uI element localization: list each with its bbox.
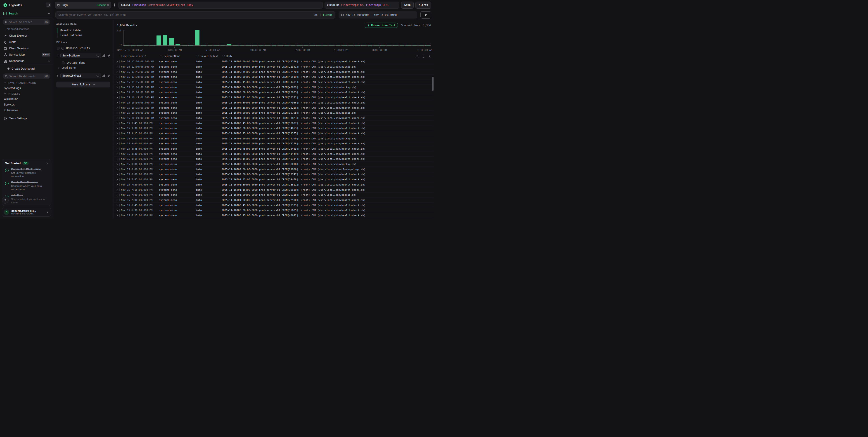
table-row[interactable]: Nov 15 8:00:00.000 PMsystemd-demoinfo202…: [114, 172, 434, 177]
expand-row-icon[interactable]: [116, 132, 118, 134]
expand-row-icon[interactable]: [116, 142, 118, 145]
load-more-button[interactable]: Load more: [56, 65, 111, 70]
create-dashboard-button[interactable]: Create Dashboard: [0, 66, 53, 71]
saved-searches-input[interactable]: Saved Searches ⌘K: [3, 19, 50, 25]
expand-row-icon[interactable]: [116, 178, 118, 181]
table-row[interactable]: Nov 15 8:00:00.000 PMsystemd-demoinfo202…: [114, 167, 434, 172]
pin-icon[interactable]: [107, 74, 111, 77]
table-row[interactable]: Nov 15 9:15:00.000 PMsystemd-demoinfo202…: [114, 131, 434, 136]
pin-icon[interactable]: [107, 54, 111, 57]
expand-row-icon[interactable]: [116, 153, 118, 155]
scrollbar-thumb[interactable]: [432, 77, 434, 91]
download-icon[interactable]: [428, 55, 431, 58]
more-filters-button[interactable]: More filters: [56, 81, 111, 88]
table-row[interactable]: Nov 15 10:45:00.000 PMsystemd-demoinfo20…: [114, 95, 434, 100]
table-row[interactable]: Nov 15 8:30:00.000 PMsystemd-demoinfo202…: [114, 152, 434, 157]
expand-row-icon[interactable]: [116, 107, 118, 109]
expand-row-icon[interactable]: [116, 163, 118, 165]
sidebar-item-search[interactable]: Search: [0, 10, 53, 17]
run-query-button[interactable]: [421, 11, 431, 19]
table-row[interactable]: Nov 15 6:15:00.000 PMsystemd-demoinfo202…: [114, 213, 434, 218]
saved-dashboards-input[interactable]: Saved Dashboards ⌘K: [3, 73, 50, 79]
expand-row-icon[interactable]: [116, 122, 118, 124]
expand-row-icon[interactable]: [116, 81, 118, 83]
sidebar-item-client-sessions[interactable]: Client Sessions: [0, 45, 53, 52]
chevron-up-icon[interactable]: [48, 60, 50, 62]
table-row[interactable]: Nov 15 9:00:00.000 PMsystemd-demoinfo202…: [114, 141, 434, 146]
expand-row-icon[interactable]: [116, 66, 118, 68]
column-header-timestamp[interactable]: Timestamp (Local): [121, 55, 159, 58]
source-settings-gear-icon[interactable]: [113, 3, 117, 7]
event-search-input[interactable]: Search your events w/ Lucene ex. column:…: [55, 11, 335, 19]
facet-chart-icon[interactable]: [102, 54, 105, 57]
expand-row-icon[interactable]: [116, 209, 118, 211]
expand-row-icon[interactable]: [116, 86, 118, 88]
expand-row-icon[interactable]: [116, 158, 118, 160]
expand-row-icon[interactable]: [116, 137, 118, 140]
expand-row-icon[interactable]: [116, 189, 118, 191]
table-row[interactable]: Nov 15 10:30:00.000 PMsystemd-demoinfo20…: [114, 100, 434, 105]
chevron-up-icon[interactable]: [48, 12, 50, 15]
facet-value-checkbox[interactable]: [62, 62, 64, 64]
table-row[interactable]: Nov 15 8:45:00.000 PMsystemd-demoinfo202…: [114, 146, 434, 152]
column-header-servicename[interactable]: ⋮⋮ServiceName: [159, 55, 196, 58]
preset-link-services[interactable]: Services: [0, 102, 53, 107]
expand-row-icon[interactable]: [116, 214, 118, 216]
source-selector[interactable]: Logs Schema: [55, 2, 111, 9]
table-row[interactable]: Nov 15 7:30:00.000 PMsystemd-demoinfo202…: [114, 182, 434, 188]
table-row[interactable]: Nov 15 10:00:00.000 PMsystemd-demoinfo20…: [114, 110, 434, 116]
alerts-button[interactable]: Alerts: [415, 2, 431, 9]
table-row[interactable]: Nov 15 11:00:00.000 PMsystemd-demoinfo20…: [114, 85, 434, 90]
text-wrap-icon[interactable]: [422, 55, 425, 58]
saved-dashboards-group-header[interactable]: SAVED DASHBOARDS: [0, 80, 53, 85]
preset-link-kubernetes[interactable]: Kubernetes: [0, 107, 53, 113]
expand-row-icon[interactable]: [116, 91, 118, 94]
chevron-up-icon[interactable]: [45, 162, 48, 165]
select-query-input[interactable]: SELECT Timestamp,ServiceName,SeverityTex…: [118, 2, 323, 9]
expand-row-icon[interactable]: [116, 76, 118, 78]
table-row[interactable]: Nov 15 7:15:00.000 PMsystemd-demoinfo202…: [114, 187, 434, 193]
language-toggle-sql[interactable]: SQL: [314, 13, 318, 16]
table-row[interactable]: Nov 16 12:00:00.000 AMsystemd-demoinfo20…: [114, 59, 434, 64]
mode-event-patterns[interactable]: Event Patterns: [57, 33, 111, 38]
facet-chart-icon[interactable]: [102, 74, 105, 77]
facet-search-box[interactable]: ServiceName: [60, 53, 101, 58]
save-button[interactable]: Save: [401, 2, 414, 9]
get-started-step-add-data[interactable]: Add Data Start sending logs, metrics, or…: [5, 194, 48, 204]
code-view-icon[interactable]: [415, 55, 418, 58]
table-row[interactable]: Nov 15 7:00:00.000 PMsystemd-demoinfo202…: [114, 193, 434, 198]
get-started-step-connect[interactable]: Connect to ClickHouse Set up your databa…: [5, 167, 48, 178]
expand-row-icon[interactable]: [116, 71, 118, 73]
drag-handle-icon[interactable]: ⋮⋮: [159, 55, 163, 57]
table-row[interactable]: Nov 15 11:45:00.000 PMsystemd-demoinfo20…: [114, 69, 434, 74]
help-button[interactable]: ?: [2, 197, 9, 204]
date-range-picker[interactable]: Nov 15 00:00:00 - Nov 16 00:00:00: [339, 11, 417, 19]
expand-row-icon[interactable]: [116, 194, 118, 196]
table-row[interactable]: Nov 15 10:15:00.000 PMsystemd-demoinfo20…: [114, 105, 434, 110]
language-toggle-lucene[interactable]: Lucene: [323, 13, 333, 16]
expand-row-icon[interactable]: [116, 168, 118, 170]
expand-row-icon[interactable]: [116, 173, 118, 175]
expand-row-icon[interactable]: [116, 183, 118, 186]
table-row[interactable]: Nov 15 7:00:00.000 PMsystemd-demoinfo202…: [114, 198, 434, 203]
expand-row-icon[interactable]: [116, 204, 118, 206]
sidebar-item-dashboards[interactable]: Dashboards: [0, 58, 53, 64]
table-row[interactable]: Nov 15 10:00:00.000 PMsystemd-demoinfo20…: [114, 116, 434, 121]
order-by-input[interactable]: ORDER BY (TimestampTime, Timestamp) DESC: [324, 2, 399, 9]
user-menu[interactable]: D dominic.tran@clic... dominic.tran@clic…: [2, 208, 51, 217]
presets-group-header[interactable]: PRESETS: [0, 91, 53, 96]
preset-link-clickhouse[interactable]: ClickHouse: [0, 96, 53, 102]
table-row[interactable]: Nov 15 9:00:00.000 PMsystemd-demoinfo202…: [114, 136, 434, 141]
chevron-right-icon[interactable]: [56, 74, 59, 77]
table-row[interactable]: Nov 15 6:45:00.000 PMsystemd-demoinfo202…: [114, 203, 434, 208]
table-row[interactable]: Nov 15 11:30:00.000 PMsystemd-demoinfo20…: [114, 74, 434, 80]
resume-live-tail-button[interactable]: Resume Live Tail: [365, 23, 398, 28]
sidebar-item-team-settings[interactable]: Team Settings: [0, 115, 53, 122]
collapse-sidebar-button[interactable]: [46, 2, 51, 7]
expand-row-icon[interactable]: [116, 117, 118, 119]
table-row[interactable]: Nov 15 11:15:00.000 PMsystemd-demoinfo20…: [114, 80, 434, 85]
expand-row-icon[interactable]: [116, 61, 118, 63]
expand-row-icon[interactable]: [116, 127, 118, 130]
expand-row-icon[interactable]: [116, 97, 118, 99]
table-row[interactable]: Nov 16 12:00:00.000 AMsystemd-demoinfo20…: [114, 64, 434, 70]
